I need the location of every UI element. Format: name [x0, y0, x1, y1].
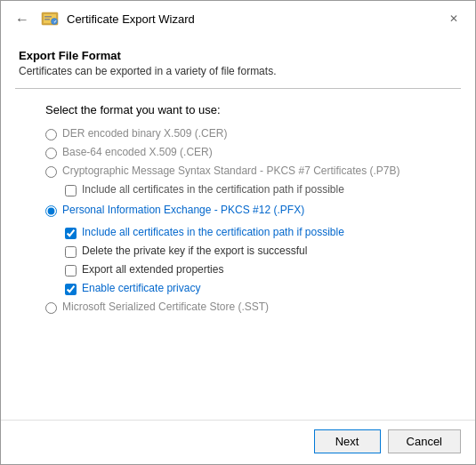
svg-rect-3 [44, 19, 50, 20]
radio-base64[interactable] [45, 148, 57, 159]
format-der: DER encoded binary X.509 (.CER) [45, 127, 448, 140]
dialog-window: ← ✓ Certificate Export Wizard ✕ Export F… [0, 0, 476, 465]
dialog-title: Certificate Export Wizard [67, 12, 195, 26]
pkcs7-sub-options: Include all certificates in the certific… [65, 183, 448, 196]
select-label: Select the format you want to use: [45, 103, 448, 116]
header-section: Export File Format Certificates can be e… [1, 35, 475, 88]
format-base64: Base-64 encoded X.509 (.CER) [45, 146, 448, 159]
wizard-icon: ✓ [40, 9, 60, 28]
checkbox-pfx-privacy[interactable] [65, 284, 77, 295]
format-pfx: Personal Information Exchange - PKCS #12… [45, 204, 448, 217]
footer: Next Cancel [1, 420, 475, 464]
label-pfx-include[interactable]: Include all certificates in the certific… [82, 226, 344, 238]
radio-pfx[interactable] [45, 205, 57, 217]
label-pfx[interactable]: Personal Information Exchange - PKCS #12… [62, 204, 304, 216]
label-base64[interactable]: Base-64 encoded X.509 (.CER) [62, 146, 213, 158]
label-pfx-privacy[interactable]: Enable certificate privacy [82, 282, 200, 294]
label-der[interactable]: DER encoded binary X.509 (.CER) [62, 127, 227, 140]
label-pfx-delete[interactable]: Delete the private key if the export is … [82, 245, 307, 257]
pfx-include-certs: Include all certificates in the certific… [65, 226, 448, 239]
cancel-button[interactable]: Cancel [388, 429, 461, 453]
section-title: Export File Format [19, 49, 457, 62]
checkbox-pkcs7-include[interactable] [65, 185, 77, 196]
next-button[interactable]: Next [314, 429, 381, 453]
close-button[interactable]: ✕ [443, 8, 464, 29]
checkbox-pfx-include[interactable] [65, 228, 77, 239]
label-sst[interactable]: Microsoft Serialized Certificate Store (… [62, 301, 269, 313]
checkbox-pfx-props[interactable] [65, 265, 77, 277]
title-bar-left: ← ✓ Certificate Export Wizard [12, 8, 195, 29]
pfx-export-props: Export all extended properties [65, 263, 448, 277]
pfx-cert-privacy: Enable certificate privacy [65, 282, 448, 295]
radio-der[interactable] [45, 129, 57, 140]
title-bar: ← ✓ Certificate Export Wizard ✕ [1, 1, 475, 35]
svg-rect-2 [44, 16, 52, 18]
svg-text:✓: ✓ [53, 19, 57, 24]
main-content: Export File Format Certificates can be e… [1, 35, 475, 420]
radio-pkcs7[interactable] [45, 166, 57, 178]
label-pfx-props[interactable]: Export all extended properties [82, 263, 223, 276]
pfx-delete-key: Delete the private key if the export is … [65, 245, 448, 258]
label-pkcs7-include[interactable]: Include all certificates in the certific… [82, 183, 344, 196]
header-content: Export File Format Certificates can be e… [19, 49, 457, 77]
label-pkcs7[interactable]: Cryptographic Message Syntax Standard - … [62, 164, 400, 177]
back-button[interactable]: ← [12, 10, 33, 29]
format-pkcs7: Cryptographic Message Syntax Standard - … [45, 164, 448, 178]
checkbox-pfx-delete[interactable] [65, 246, 77, 258]
radio-sst[interactable] [45, 302, 57, 314]
pfx-sub-options: Include all certificates in the certific… [65, 226, 448, 295]
section-desc: Certificates can be exported in a variet… [19, 65, 457, 77]
format-sst: Microsoft Serialized Certificate Store (… [45, 301, 448, 314]
form-area: Select the format you want to use: DER e… [1, 89, 475, 420]
pkcs7-include-certs: Include all certificates in the certific… [65, 183, 448, 196]
format-radio-group: DER encoded binary X.509 (.CER) Base-64 … [45, 127, 448, 314]
